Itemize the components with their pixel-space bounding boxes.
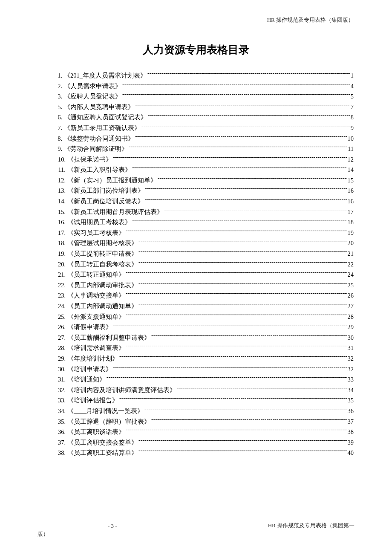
toc-page: 10 — [348, 135, 354, 142]
toc-row: 7.《新员工录用工资确认表》9 — [55, 123, 354, 134]
toc-row: 5.《内部人员竞聘申请表》7 — [55, 102, 354, 113]
toc-leader — [138, 239, 347, 246]
toc-page: 32 — [348, 366, 354, 373]
toc-label: 《员工薪酬福利调整申请表》 — [67, 334, 150, 342]
toc-label: 《人员需求申请表》 — [64, 82, 121, 90]
toc-number: 27. — [55, 334, 66, 341]
toc-row: 26.《请假申请表》29 — [55, 322, 354, 333]
toc-label: 《内部人员竞聘申请表》 — [64, 103, 134, 111]
toc-row: 16.《试用期员工考核表》18 — [55, 217, 354, 228]
toc-number: 16. — [55, 219, 66, 226]
toc-row: 12.《新（实习）员工报到通知单》15 — [55, 176, 354, 186]
toc-label: 《培训内容及培训讲师满意度评估表》 — [67, 386, 176, 394]
toc-row: 22.《员工内部调动审批表》25 — [55, 280, 354, 291]
toc-label: 《请假申请表》 — [67, 323, 112, 331]
toc-number: 38. — [55, 449, 66, 457]
toc-label: 《管理层试用期考核表》 — [67, 239, 138, 247]
toc-row: 6.《通知应聘人员面试登记表》8 — [55, 113, 354, 123]
toc-row: 23.《人事调动交接单》26 — [55, 291, 354, 301]
toc-number: 15. — [55, 208, 66, 216]
toc-label: 《外派支援通知单》 — [67, 313, 125, 321]
toc-number: 9. — [55, 145, 62, 153]
toc-leader — [126, 228, 347, 235]
toc-number: 36. — [55, 428, 66, 436]
toc-row: 8.《续签劳动合同通知书》10 — [55, 134, 354, 145]
toc-row: 1.《201_年度人员需求计划表》1 — [55, 71, 354, 81]
toc-leader — [135, 134, 347, 141]
toc-number: 35. — [55, 418, 66, 425]
toc-number: 18. — [55, 240, 66, 247]
toc-page: 16 — [348, 187, 354, 194]
toc-row: 32.《培训内容及培训讲师满意度评估表》34 — [55, 385, 354, 396]
toc-leader — [119, 396, 347, 402]
toc-number: 6. — [55, 114, 62, 121]
toc-leader — [138, 301, 347, 308]
toc-number: 24. — [55, 303, 66, 310]
toc-leader — [138, 280, 347, 287]
toc-row: 30.《培训申请表》32 — [55, 364, 354, 375]
header-right-text: HR 操作规范及专用表格（集团版） — [267, 16, 354, 24]
toc-label: 《应聘人员登记表》 — [64, 92, 121, 101]
toc-page: 18 — [348, 219, 354, 226]
toc-number: 33. — [55, 397, 66, 404]
toc-page: 4 — [351, 83, 354, 90]
toc-label: 《新（实习）员工报到通知单》 — [67, 176, 157, 185]
toc-number: 10. — [55, 156, 66, 163]
header-rule — [37, 25, 355, 25]
toc-number: 12. — [55, 177, 66, 184]
footer-page-number: - 3 - — [108, 523, 117, 529]
toc-row: 14.《新员工岗位培训反馈表》16 — [55, 197, 354, 207]
toc-label: 《员工离职交接会签单》 — [67, 439, 138, 447]
toc-row: 36.《员工离职谈话表》38 — [55, 427, 354, 438]
toc-row: 2.《人员需求申请表》4 — [55, 81, 354, 92]
toc-number: 1. — [55, 72, 62, 79]
toc-number: 19. — [55, 250, 66, 257]
toc-row: 34.《____月培训情况一览表》36 — [55, 406, 354, 417]
toc-row: 31.《培训通知》33 — [55, 375, 354, 385]
toc-page: 15 — [348, 177, 354, 184]
toc-page: 34 — [348, 387, 354, 394]
toc-page: 8 — [351, 114, 354, 121]
toc-number: 22. — [55, 282, 66, 289]
page-title: 人力资源专用表格目录 — [0, 43, 392, 57]
toc-page: 16 — [348, 198, 354, 205]
toc-page: 22 — [348, 261, 354, 268]
toc-page: 5 — [351, 93, 354, 100]
toc-leader — [107, 375, 347, 382]
table-of-contents: 1.《201_年度人员需求计划表》12.《人员需求申请表》43.《应聘人员登记表… — [55, 71, 354, 459]
toc-label: 《人事调动交接单》 — [67, 292, 125, 300]
toc-leader — [138, 249, 347, 256]
toc-leader — [138, 438, 347, 445]
toc-number: 37. — [55, 439, 66, 446]
toc-number: 21. — [55, 271, 66, 278]
toc-number: 14. — [55, 198, 66, 205]
toc-number: 29. — [55, 355, 66, 362]
toc-leader — [147, 71, 350, 78]
toc-leader — [113, 364, 347, 371]
toc-label: 《员工转正自我考核表》 — [67, 260, 138, 269]
toc-page: 19 — [348, 229, 354, 237]
toc-leader — [126, 270, 347, 277]
toc-row: 20.《员工转正自我考核表》22 — [55, 260, 354, 270]
toc-number: 11. — [55, 166, 66, 173]
toc-leader — [145, 186, 347, 193]
toc-leader — [126, 312, 347, 319]
toc-page: 33 — [348, 376, 354, 383]
toc-page: 30 — [348, 334, 354, 341]
toc-leader — [164, 207, 347, 214]
toc-number: 23. — [55, 292, 66, 299]
toc-row: 24.《员工内部调动通知单》27 — [55, 301, 354, 312]
toc-label: 《培训申请表》 — [67, 365, 112, 373]
toc-number: 17. — [55, 229, 66, 237]
toc-page: 25 — [348, 282, 354, 289]
toc-row: 35.《员工辞退（辞职）审批表》37 — [55, 417, 354, 428]
toc-row: 33.《培训评估报告》35 — [55, 396, 354, 406]
toc-page: 24 — [348, 271, 354, 278]
toc-row: 27.《员工薪酬福利调整申请表》30 — [55, 333, 354, 344]
toc-row: 9.《劳动合同解除证明》11 — [55, 144, 354, 155]
toc-page: 40 — [348, 449, 354, 457]
toc-label: 《通知应聘人员面试登记表》 — [64, 113, 147, 121]
toc-leader — [122, 81, 350, 88]
toc-row: 28.《培训需求调查表》31 — [55, 343, 354, 354]
toc-leader — [126, 343, 347, 350]
